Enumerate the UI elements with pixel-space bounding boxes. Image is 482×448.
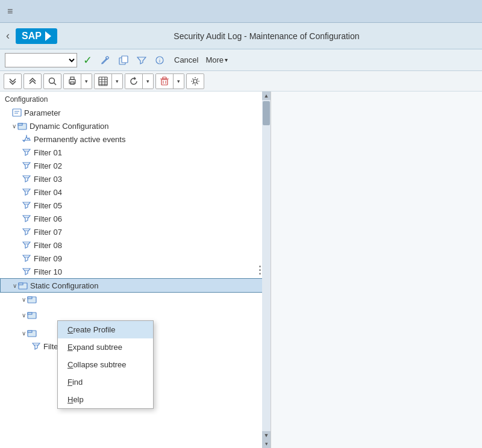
filter-02-icon [22,161,31,170]
filter-06-icon [22,214,31,223]
toolbar-primary: ✓ i Cancel More ▾ [0,49,482,71]
filter-03-icon [22,174,31,184]
expand-icon-dynamic: ∨ [12,123,16,129]
filter-button[interactable] [134,54,149,66]
tree-item-filter-01[interactable]: Filter 01 [0,146,271,159]
toolbar-secondary: ▾ ▾ ▾ [0,71,482,92]
print-group: ▾ [63,73,92,89]
tree-item-filter-04[interactable]: Filter 04 [0,185,271,199]
info-icon: i [155,55,164,65]
delete-icon [160,76,169,86]
hamburger-menu-button[interactable]: ≡ [5,5,15,18]
filter-07-icon [22,227,31,237]
toolbar-select[interactable] [5,53,77,67]
main-content: Configuration Parameter ∨ [0,92,482,448]
static-config-icon [18,281,28,290]
table-dropdown[interactable]: ▾ [112,73,122,89]
tree-item-static-sub2[interactable]: ∨ [0,308,271,322]
tree-item-filter-05[interactable]: Filter 05 [0,199,271,212]
expand-all-button[interactable] [23,73,42,89]
delete-button[interactable] [156,73,174,89]
scroll-thumb[interactable] [263,101,270,125]
filter-10-icon [22,267,31,276]
right-panel [271,92,482,448]
refresh-button[interactable] [125,73,143,89]
filter-05-icon [22,201,31,210]
tree-item-filter-03[interactable]: Filter 03 [0,172,271,185]
svg-rect-43 [28,313,32,314]
copy-button[interactable] [116,54,131,66]
svg-rect-2 [122,56,128,63]
refresh-icon [129,76,139,86]
tree-item-parameter[interactable]: Parameter [0,106,271,119]
parameter-icon [12,108,22,117]
scroll-bottom-button[interactable]: ▾ [262,440,271,448]
collapse-all-button[interactable] [4,73,22,89]
filter-01-icon [22,148,31,157]
panel-resize-handle[interactable] [257,261,262,279]
scroll-down-button[interactable]: ▼ [262,431,271,440]
expand-icon-sub3: ∨ [22,330,26,337]
svg-line-6 [54,82,57,85]
expand-all-icon [28,76,37,86]
title-bar: ‹ SAP Security Audit Log - Maintenance o… [0,23,482,49]
refresh-dropdown[interactable]: ▾ [143,73,153,89]
tree-item-filter-06[interactable]: Filter 06 [0,212,271,225]
static-sub2-icon [27,310,37,320]
paintbrush-icon [101,55,110,65]
tree-item-dynamic-config[interactable]: ∨ Dynamic Configuration [0,119,271,132]
context-menu-find[interactable]: Find [58,373,153,391]
static-sub1-icon [27,294,37,304]
collapse-all-icon [8,76,17,86]
svg-text:i: i [159,58,160,64]
svg-rect-45 [28,331,32,332]
tree-item-filter-02[interactable]: Filter 02 [0,159,271,172]
svg-rect-26 [18,123,22,125]
tree-scrollbar[interactable]: ▲ ▼ ▾ [262,92,271,448]
search-icon [48,76,57,86]
permanently-active-icon [22,134,31,144]
dynamic-config-icon [17,121,27,131]
cancel-button[interactable]: Cancel [171,54,202,66]
svg-rect-18 [163,77,166,79]
delete-dropdown[interactable]: ▾ [174,73,184,89]
print-button[interactable] [64,73,81,89]
expand-icon-sub2: ∨ [22,312,26,319]
check-button[interactable]: ✓ [81,52,95,68]
paintbrush-button[interactable] [98,54,113,66]
tree-item-filter-09[interactable]: Filter 09 [0,252,271,265]
tree-item-filter-10[interactable]: Filter 10 [0,265,271,278]
back-button[interactable]: ‹ [6,30,10,42]
table-icon [98,76,108,86]
context-menu-collapse-subtree[interactable]: Collapse subtree [58,356,153,373]
tree-root-label: Configuration [0,92,271,106]
page-title: Security Audit Log - Maintenance of Conf… [57,31,476,41]
settings-button[interactable] [186,73,204,89]
refresh-group: ▾ [125,73,154,89]
delete-group: ▾ [155,73,184,89]
print-icon [67,76,77,86]
tree-item-static-sub1[interactable]: ∨ [0,293,271,306]
print-dropdown[interactable]: ▾ [81,73,92,89]
static-filter-01-icon [31,341,41,351]
sap-logo: SAP [16,28,57,44]
table-button[interactable] [95,73,112,89]
tree-item-static-config[interactable]: ∨ Static Configuration [0,278,271,293]
filter-09-icon [22,254,31,263]
tree-item-permanently-active[interactable]: Permanently active events [0,132,271,146]
settings-icon [190,76,200,86]
info-button[interactable]: i [152,54,167,66]
scroll-up-button[interactable]: ▲ [262,92,271,100]
context-menu: Create Profile Expand subtree Collapse s… [57,320,154,409]
copy-icon [119,55,128,65]
context-menu-create-profile[interactable]: Create Profile [58,321,153,338]
filter-04-icon [22,187,31,197]
tree-item-filter-08[interactable]: Filter 08 [0,238,271,252]
tree-item-filter-07[interactable]: Filter 07 [0,225,271,238]
context-menu-help[interactable]: Help [58,391,153,408]
context-menu-expand-subtree[interactable]: Expand subtree [58,338,153,356]
more-button[interactable]: More ▾ [205,55,228,64]
svg-rect-8 [70,77,74,79]
search-button[interactable] [43,73,61,89]
expand-icon-sub1: ∨ [22,296,26,303]
